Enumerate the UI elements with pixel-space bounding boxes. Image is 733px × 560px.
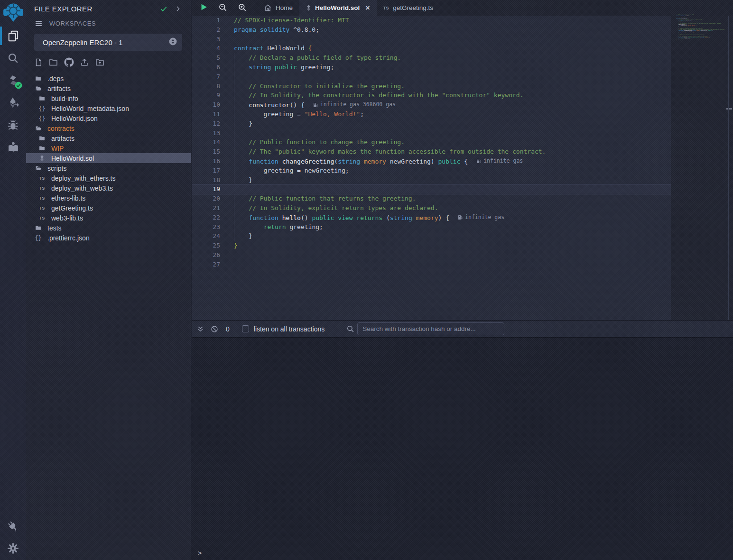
code-line[interactable]: 10 constructor() {infinite gas 368600 ga… [192,100,671,110]
code-line[interactable]: 5 // Declare a public field of type stri… [192,53,671,63]
tree-item-contracts[interactable]: contracts [26,123,191,133]
code-line[interactable]: 23 return greeting; [192,222,671,232]
line-number[interactable]: 4 [192,44,220,53]
line-number[interactable]: 27 [192,260,220,269]
clear-console-icon[interactable] [211,325,218,333]
zoom-in-button[interactable] [238,3,247,13]
terminal-output[interactable]: > [192,338,733,560]
line-number[interactable]: 22 [192,213,220,222]
line-number[interactable]: 24 [192,231,220,241]
code-line[interactable]: 25} [192,241,671,250]
line-number[interactable]: 16 [192,156,220,166]
line-number[interactable]: 25 [192,241,220,250]
tree-item-ethers-lib.ts[interactable]: TSethers-lib.ts [26,193,191,203]
expand-terminal-icon[interactable] [197,325,204,333]
code-line[interactable]: 1// SPDX-License-Identifier: MIT [192,16,671,25]
line-number[interactable]: 15 [192,147,220,156]
line-number[interactable]: 10 [192,100,220,110]
zoom-out-button[interactable] [218,3,227,13]
code-line[interactable]: 16 function changeGreeting(string memory… [192,156,671,166]
line-number[interactable]: 23 [192,222,220,232]
code-line[interactable]: 6 string public greeting; [192,63,671,72]
tree-item-tests[interactable]: tests [26,223,191,233]
line-number[interactable]: 7 [192,72,220,82]
new-folder-button[interactable] [48,58,58,68]
tree-item-getGreeting.ts[interactable]: TSgetGreeting.ts [26,203,191,213]
code-line[interactable]: 4contract HelloWorld { [192,44,671,53]
workspaces-menu-icon[interactable] [34,19,43,28]
close-icon[interactable]: × [365,4,370,12]
code-line[interactable]: 8 // Constructor to initialize the greet… [192,82,671,91]
line-number[interactable]: 21 [192,203,220,213]
line-number[interactable]: 12 [192,119,220,129]
activity-remix-logo[interactable] [0,0,26,25]
new-file-button[interactable] [34,58,43,68]
line-number[interactable]: 6 [192,63,220,72]
activity-learneth[interactable] [0,136,26,158]
code-line[interactable]: 14 // Public function to change the gree… [192,138,671,147]
tree-item-build-info[interactable]: build-info [26,93,191,103]
upload-file-button[interactable] [80,58,89,68]
line-number[interactable]: 9 [192,91,220,100]
line-number[interactable]: 2 [192,25,220,35]
tab-Home[interactable]: Home [257,0,299,16]
code-line[interactable]: 3 [192,35,671,44]
code-line[interactable]: 7 [192,72,671,82]
workspace-select[interactable]: OpenZeppelin ERC20 - 1 [34,34,182,51]
line-number[interactable]: 3 [192,35,220,44]
clone-github-button[interactable] [64,57,74,68]
upload-folder-button[interactable] [95,58,105,68]
line-number[interactable]: 8 [192,82,220,91]
code-line[interactable]: 18 } [192,175,671,185]
activity-debugger[interactable] [0,114,26,136]
code-line[interactable]: 17 greeting = newGreeting; [192,166,671,175]
tree-item-HelloWorld.sol[interactable]: HelloWorld.sol [26,153,191,163]
code-line[interactable]: 9 // In Solidity, the constructor is def… [192,91,671,100]
code-editor[interactable]: 1// SPDX-License-Identifier: MIT2pragma … [192,16,671,320]
tree-item-web3-lib.ts[interactable]: TSweb3-lib.ts [26,213,191,223]
line-number[interactable]: 26 [192,250,220,260]
tree-item-.deps[interactable]: .deps [26,73,191,83]
activity-deploy-run[interactable] [0,92,26,114]
code-line[interactable]: 19 [192,184,671,194]
activity-search[interactable] [0,47,26,69]
line-number[interactable]: 19 [192,184,220,194]
tree-item-.prettierrc.json[interactable]: {}.prettierrc.json [26,233,191,243]
line-number[interactable]: 13 [192,129,220,138]
line-number[interactable]: 17 [192,166,220,175]
tree-item-WIP[interactable]: WIP [26,143,191,153]
code-line[interactable]: 24 } [192,231,671,241]
line-number[interactable]: 5 [192,53,220,63]
line-number[interactable]: 14 [192,138,220,147]
code-line[interactable]: 21 // In Solidity, explicit return types… [192,203,671,213]
listen-transactions-checkbox[interactable] [242,325,249,332]
tree-item-HelloWorld_metadata.json[interactable]: {}HelloWorld_metadata.json [26,103,191,113]
code-line[interactable]: 11 greeting = "Hello, World!"; [192,110,671,119]
line-number[interactable]: 11 [192,110,220,119]
tab-getGreeting.ts[interactable]: TSgetGreeting.ts [377,0,440,16]
tree-item-scripts[interactable]: scripts [26,163,191,173]
code-line[interactable]: 13 [192,129,671,138]
line-number[interactable]: 1 [192,16,220,25]
code-line[interactable]: 2pragma solidity ^0.8.0; [192,25,671,35]
tab-HelloWorld.sol[interactable]: HelloWorld.sol× [299,0,377,16]
tree-item-deploy_with_ethers.ts[interactable]: TSdeploy_with_ethers.ts [26,173,191,183]
minimap[interactable]: // SPDX-License-Identifier: MITpragma so… [676,14,731,51]
transaction-search-input[interactable] [357,322,504,335]
tree-item-HelloWorld.json[interactable]: {}HelloWorld.json [26,113,191,123]
collapse-panel-chevron-icon[interactable] [175,5,181,12]
line-number[interactable]: 20 [192,194,220,203]
code-line[interactable]: 15 // The "public" keyword makes the fun… [192,147,671,156]
code-line[interactable]: 27 [192,260,671,269]
activity-settings[interactable] [0,537,26,559]
activity-file-explorer[interactable] [0,25,26,47]
code-line[interactable]: 22 function hello() public view returns … [192,213,671,222]
code-line[interactable]: 26 [192,250,671,260]
code-line[interactable]: 20 // Public function that returns the g… [192,194,671,203]
tree-item-deploy_with_web3.ts[interactable]: TSdeploy_with_web3.ts [26,183,191,193]
activity-plugin-manager[interactable] [0,515,26,537]
accept-check-icon[interactable] [159,5,168,12]
line-number[interactable]: 18 [192,175,220,185]
code-line[interactable]: 12 } [192,119,671,129]
activity-solidity-compiler[interactable] [0,69,26,92]
